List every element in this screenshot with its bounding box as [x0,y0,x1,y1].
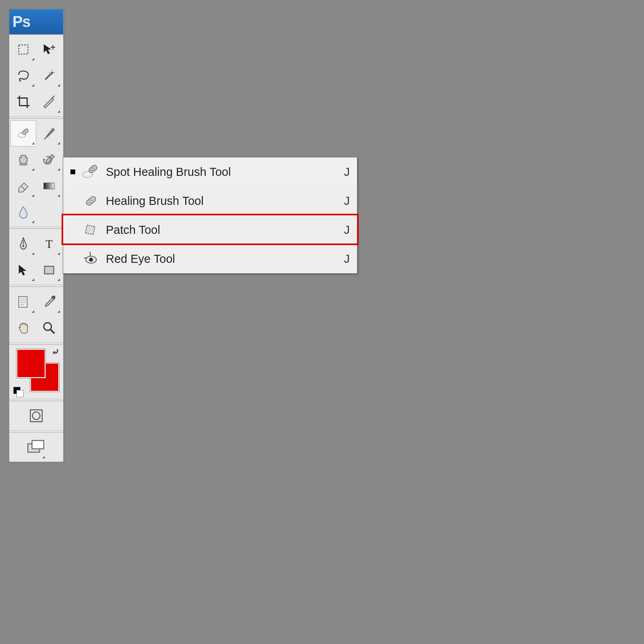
svg-point-4 [52,72,53,73]
slice-tool[interactable] [36,89,62,115]
svg-rect-13 [44,183,55,189]
flyout-indicator [58,168,60,171]
default-colors-icon[interactable] [13,387,24,397]
flyout-item-spot-healing-brush[interactable]: Spot Healing Brush Tool J [63,157,357,186]
svg-point-24 [44,322,52,330]
flyout-shortcut: J [338,252,350,266]
pen-tool[interactable] [10,231,36,257]
crop-tool[interactable] [10,89,36,115]
current-tool-marker [70,169,75,174]
flyout-label: Patch Tool [106,223,338,237]
tool-group-retouch [9,119,63,227]
flyout-indicator [58,142,60,144]
flyout-indicator [32,142,34,144]
empty-cell [36,199,62,225]
foreground-color-swatch[interactable] [17,349,45,378]
flyout-indicator [58,194,60,197]
flyout-shortcut: J [338,194,350,208]
flyout-indicator [58,279,60,281]
spot-healing-brush-tool[interactable] [10,120,36,147]
magic-wand-tool[interactable] [36,62,62,89]
flyout-indicator [58,310,60,313]
svg-rect-18 [19,296,27,307]
flyout-indicator [58,110,60,113]
flyout-shortcut: J [338,223,350,237]
flyout-item-healing-brush[interactable]: Healing Brush Tool J [63,186,357,215]
svg-point-15 [23,245,24,247]
flyout-indicator [32,194,34,197]
flyout-indicator [58,252,60,255]
svg-rect-29 [32,440,44,449]
color-swatches: ⤾ [11,346,62,398]
brush-tool[interactable] [36,120,62,147]
zoom-tool[interactable] [36,315,62,341]
quick-mask-mode-toggle[interactable] [27,403,45,429]
svg-point-11 [19,163,28,165]
spot-healing-brush-icon [81,163,99,181]
clone-stamp-tool[interactable] [10,147,36,173]
tool-group-selection [9,35,63,116]
svg-rect-23 [52,295,56,299]
type-tool[interactable]: T [36,231,62,257]
svg-rect-17 [45,266,54,274]
flyout-indicator [32,84,34,87]
svg-point-41 [89,258,93,262]
gradient-tool[interactable] [36,173,62,199]
flyout-item-patch[interactable]: Patch Tool J [63,215,357,244]
svg-line-25 [51,329,55,333]
healing-tool-flyout: Spot Healing Brush Tool J Healing Brush … [63,157,357,274]
path-selection-tool[interactable] [10,257,36,283]
toolbox-title-bar[interactable]: Ps [9,9,63,35]
patch-icon [81,221,99,239]
healing-brush-icon [81,192,99,210]
tool-group-vector: T [9,229,63,285]
svg-point-27 [33,412,40,420]
eraser-tool[interactable] [10,173,36,199]
toolbox-panel: Ps [9,9,64,462]
lasso-tool[interactable] [10,62,36,89]
svg-rect-10 [21,128,29,135]
svg-rect-31 [88,164,98,173]
rectangle-shape-tool[interactable] [36,257,62,283]
flyout-indicator [32,168,34,171]
move-tool[interactable] [36,36,62,62]
flyout-label: Healing Brush Tool [106,194,338,208]
svg-line-3 [45,73,52,79]
hand-tool[interactable] [10,315,36,341]
red-eye-icon [81,250,99,268]
flyout-indicator [32,252,34,255]
flyout-indicator [32,58,34,60]
blur-tool[interactable] [10,199,36,225]
ps-logo: Ps [12,13,30,31]
screen-mode-toggle[interactable] [26,434,47,460]
svg-text:T: T [45,237,52,250]
flyout-label: Spot Healing Brush Tool [106,165,338,179]
eyedropper-tool[interactable] [36,289,62,315]
separator [9,343,63,345]
flyout-indicator [58,84,60,87]
svg-rect-37 [85,225,95,235]
tool-group-nav [9,287,63,343]
flyout-indicator [32,310,34,313]
svg-rect-34 [85,195,97,206]
swap-colors-icon[interactable]: ⤾ [52,347,59,357]
history-brush-tool[interactable] [36,147,62,173]
flyout-indicator [32,221,34,223]
notes-tool[interactable] [10,289,36,315]
flyout-indicator [32,279,34,281]
svg-rect-0 [19,45,28,54]
flyout-shortcut: J [338,165,350,179]
flyout-item-red-eye[interactable]: Red Eye Tool J [63,244,357,273]
flyout-label: Red Eye Tool [106,252,338,266]
marquee-tool[interactable] [10,36,36,62]
flyout-indicator [42,456,45,458]
